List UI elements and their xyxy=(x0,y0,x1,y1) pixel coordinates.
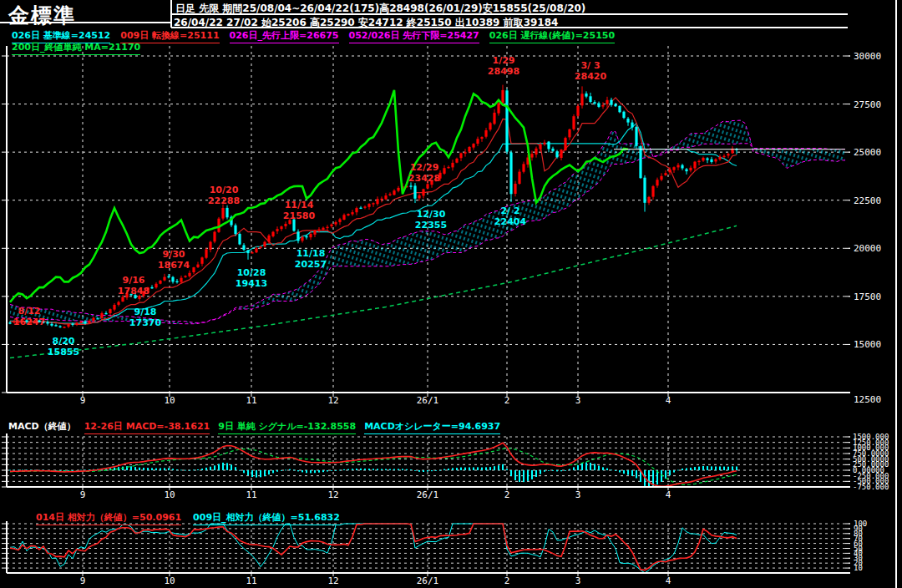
macd-x-axis-label: 10 xyxy=(164,489,175,500)
macd-x-axis-label: 12 xyxy=(327,489,338,500)
rsi-x-axis-label: 4 xyxy=(666,575,671,586)
rsi-axis-label: 10 xyxy=(854,565,863,571)
peak-annotation: 3/ 3 28420 xyxy=(575,60,606,82)
price-axis-label: 12500 xyxy=(854,394,881,405)
trough-annotation: 8/20 15855 xyxy=(48,336,79,357)
trough-annotation: 9/18 17370 xyxy=(129,307,161,328)
main-x-axis-label: 3 xyxy=(575,395,581,406)
peak-annotation: 8/12 16247 xyxy=(13,306,45,327)
rsi-x-axis-label: 2 xyxy=(504,575,510,586)
main-x-axis-label: 11 xyxy=(246,395,256,406)
rsi-x-axis-label: 10 xyxy=(164,575,175,586)
macd-x-axis-label: 9 xyxy=(80,489,86,500)
main-x-axis-label: 9 xyxy=(80,395,86,406)
macd-axis-label: -750.000 xyxy=(853,484,889,490)
rsi-x-axis-label: 3 xyxy=(575,575,581,586)
ma-legend: 200日_終値単純 MA=21170 xyxy=(12,41,140,55)
legend-item: 12-26日 MACD=-38.1621 xyxy=(84,420,210,434)
rsi-x-axis-label: 9 xyxy=(80,575,86,586)
peak-annotation: 10/20 22288 xyxy=(208,185,240,206)
main-x-axis-label: 26/1 xyxy=(417,395,439,406)
rsi-legend: 014日 相対力（終値）=50.0961009日_相対力（終値）=51.6832 xyxy=(36,511,340,525)
rsi-x-axis-label: 26/1 xyxy=(417,575,439,586)
legend-item: MACDオシレーター=94.6937 xyxy=(364,420,500,434)
peak-annotation: 1/29 28498 xyxy=(488,55,519,77)
price-axis-label: 17500 xyxy=(854,291,881,302)
macd-x-axis-label: 2 xyxy=(504,489,510,500)
main-x-axis-label: 12 xyxy=(327,395,338,406)
legend-item: 009日_相対力（終値）=51.6832 xyxy=(193,511,340,525)
peak-annotation: 9/16 17848 xyxy=(118,275,149,297)
price-axis-label: 20000 xyxy=(854,243,881,254)
price-axis-label: 22500 xyxy=(854,195,881,206)
session-info-line1: 日足 先限 期間25/08/04~26/04/22(175)高28498(26/… xyxy=(175,2,585,16)
price-axis-label: 27500 xyxy=(854,99,881,110)
legend-item: 200日_終値単純 MA=21170 xyxy=(12,41,140,55)
legend-item: 026日 遅行線(終値)=25150 xyxy=(489,29,615,43)
legend-item: MACD（終値） xyxy=(8,420,76,434)
trough-annotation: 2/ 2 22404 xyxy=(494,205,526,227)
macd-x-axis-label: 11 xyxy=(246,489,256,500)
peak-annotation: 11/14 21580 xyxy=(283,200,315,221)
legend-item: 9日 単純 シグナル=-132.8558 xyxy=(218,420,356,434)
main-x-axis-label: 2 xyxy=(504,395,510,406)
session-info-line2: 26/04/22 27/02 始25206 高25290 安24712 終251… xyxy=(174,16,558,30)
rsi-x-axis-label: 11 xyxy=(246,575,256,586)
macd-x-axis-label: 3 xyxy=(575,489,581,500)
main-x-axis-label: 4 xyxy=(666,395,671,406)
trough-annotation: 10/28 19413 xyxy=(236,267,267,289)
main-x-axis-label: 10 xyxy=(164,395,175,406)
price-axis-label: 15000 xyxy=(854,339,881,350)
legend-item: 052/026日 先行下限=25427 xyxy=(349,29,479,43)
instrument-title: 金標準 xyxy=(8,2,76,29)
chart-app-window: 金標準 日足 先限 期間25/08/04~26/04/22(175)高28498… xyxy=(0,0,902,588)
peak-annotation: 9/30 18674 xyxy=(158,249,190,271)
macd-legend: MACD（終値）12-26日 MACD=-38.16219日 単純 シグナル=-… xyxy=(8,420,500,434)
trough-annotation: 11/18 20257 xyxy=(295,248,327,270)
macd-x-axis-label: 4 xyxy=(666,489,671,500)
trough-annotation: 12/30 22355 xyxy=(415,209,447,231)
legend-item: 026日_先行上限=26675 xyxy=(230,29,339,43)
peak-annotation: 12/29 23428 xyxy=(408,162,440,184)
rsi-x-axis-label: 12 xyxy=(327,575,338,586)
price-axis-label: 25000 xyxy=(854,147,881,158)
legend-item: 014日 相対力（終値）=50.0961 xyxy=(36,511,181,525)
macd-x-axis-label: 26/1 xyxy=(417,489,439,500)
price-axis-label: 30000 xyxy=(854,51,881,62)
